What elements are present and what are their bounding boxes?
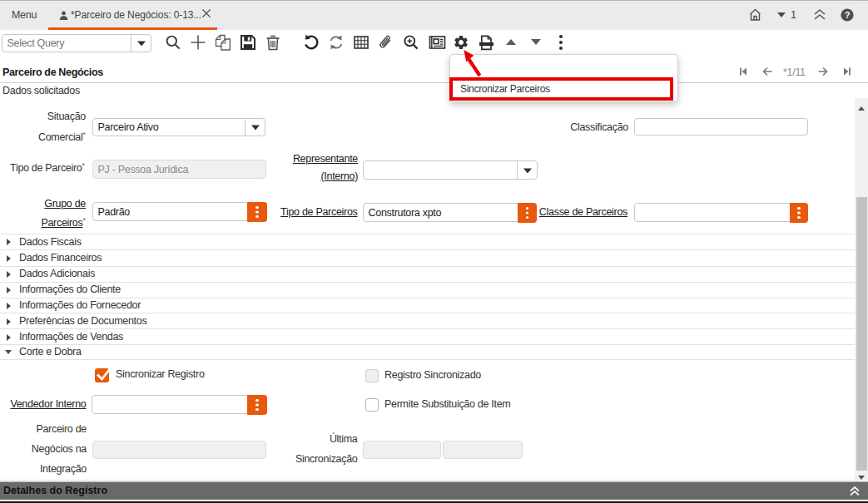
svg-text:?: ?	[845, 10, 850, 20]
